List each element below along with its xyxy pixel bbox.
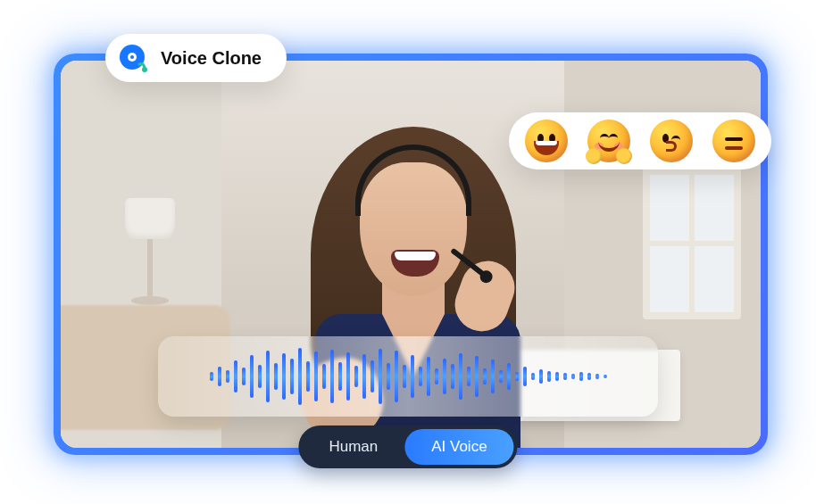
emoji-hugging[interactable] <box>587 120 630 162</box>
waveform-bar <box>218 367 221 386</box>
waveform-bar <box>571 374 575 379</box>
waveform-bar <box>234 360 237 392</box>
waveform-bar <box>258 365 262 388</box>
waveform-bar <box>322 364 326 389</box>
waveform-bar <box>435 368 438 384</box>
waveform-bar <box>491 359 495 393</box>
waveform-bar <box>451 364 454 389</box>
waveform-bar <box>379 349 382 404</box>
waveform-bar <box>226 370 229 383</box>
waveform-bar <box>411 355 414 398</box>
waveform-bar <box>604 375 607 378</box>
waveform-bar <box>563 373 567 380</box>
waveform-bar <box>483 368 487 384</box>
waveform-bar <box>467 367 470 386</box>
waveform-bar <box>539 369 543 384</box>
waveform-bar <box>274 363 278 390</box>
voice-source-toggle[interactable]: Human AI Voice <box>298 426 517 468</box>
waveform-bar <box>338 362 342 391</box>
music-disc-icon <box>118 43 148 73</box>
waveform-bar <box>298 348 302 405</box>
waveform-bar <box>443 359 446 394</box>
voice-clone-label: Voice Clone <box>161 48 262 69</box>
waveform-bar <box>555 372 559 381</box>
waveform-bar <box>523 367 527 386</box>
audio-waveform[interactable] <box>158 336 658 417</box>
waveform-bar <box>507 363 511 390</box>
waveform-bar <box>587 373 591 380</box>
waveform-bar <box>242 368 246 385</box>
emoji-unamused[interactable] <box>712 120 755 162</box>
waveform-bar <box>250 355 254 398</box>
voice-clone-badge[interactable]: Voice Clone <box>105 34 287 82</box>
waveform-bar <box>314 351 318 401</box>
waveform-bar <box>210 372 213 381</box>
waveform-bar <box>419 367 422 386</box>
waveform-bar <box>362 354 366 399</box>
waveform-bar <box>475 356 479 397</box>
emoji-reaction-bar <box>509 112 771 169</box>
svg-point-2 <box>130 55 134 59</box>
waveform-bar <box>499 370 503 383</box>
waveform-bar <box>547 371 551 382</box>
waveform-bar <box>290 359 294 394</box>
waveform-bar <box>427 357 430 396</box>
waveform-bar <box>330 350 334 403</box>
svg-point-3 <box>142 67 147 72</box>
waveform-bar <box>403 365 406 388</box>
waveform-bar <box>595 374 599 379</box>
waveform-bar <box>531 373 535 380</box>
waveform-bar <box>395 351 398 402</box>
emoji-kissing[interactable] <box>650 120 693 162</box>
waveform-bar <box>371 360 374 392</box>
toggle-option-ai-voice[interactable]: AI Voice <box>404 429 513 465</box>
waveform-bar <box>459 353 462 400</box>
waveform-bar <box>354 366 358 387</box>
waveform-bar <box>579 372 583 381</box>
waveform-bar <box>387 363 390 390</box>
waveform-bar <box>266 351 270 402</box>
waveform-bar <box>515 372 519 381</box>
waveform-bar <box>346 352 350 401</box>
toggle-option-human[interactable]: Human <box>302 429 404 465</box>
waveform-bar <box>306 361 310 392</box>
emoji-happy[interactable] <box>525 120 568 162</box>
waveform-bar <box>282 353 286 400</box>
